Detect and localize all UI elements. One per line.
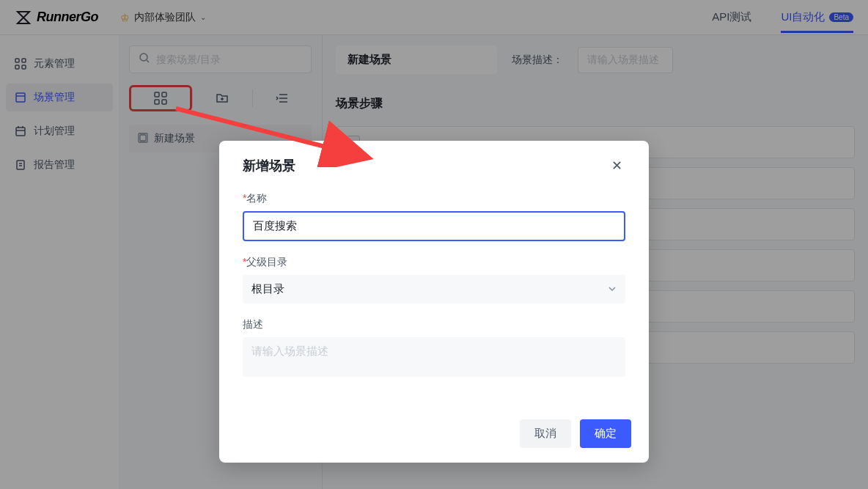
modal-overlay[interactable]: 新增场景 ✕ *名称 *父级目录 根目录 描述 取消	[0, 0, 868, 489]
parent-select[interactable]: 根目录	[243, 275, 625, 304]
modal-title: 新增场景	[243, 157, 295, 174]
confirm-button[interactable]: 确定	[580, 419, 631, 448]
name-label: *名称	[243, 192, 625, 205]
chevron-down-icon	[608, 283, 617, 295]
desc-textarea[interactable]	[243, 337, 625, 377]
close-button[interactable]: ✕	[608, 157, 625, 174]
add-scene-modal: 新增场景 ✕ *名称 *父级目录 根目录 描述 取消	[219, 141, 649, 463]
close-icon: ✕	[611, 158, 622, 174]
desc-label: 描述	[243, 318, 625, 331]
cancel-button[interactable]: 取消	[520, 419, 571, 448]
parent-select-value: 根目录	[251, 282, 284, 296]
parent-label: *父级目录	[243, 256, 625, 269]
name-input[interactable]	[243, 211, 625, 241]
